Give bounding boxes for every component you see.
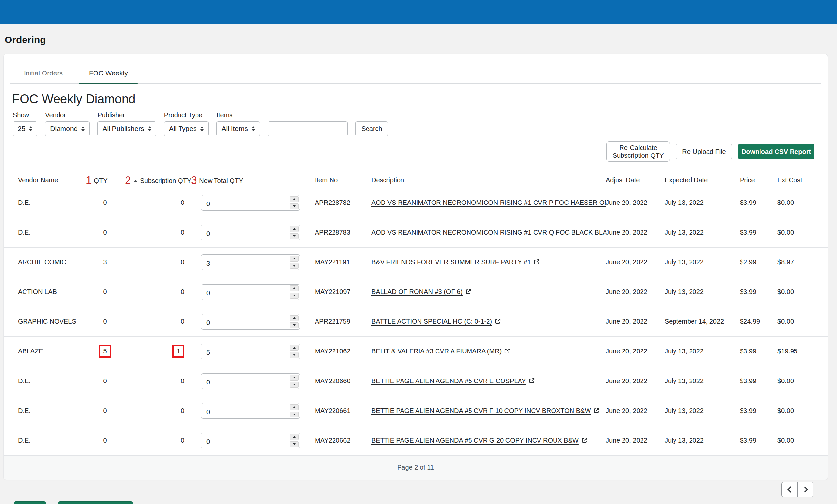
sort-ascending-icon — [134, 180, 138, 182]
spinner-up-button[interactable] — [290, 404, 299, 410]
spinner-down-button[interactable] — [290, 322, 299, 328]
vendor-select[interactable]: Diamond — [45, 121, 90, 136]
ext-cost-cell: $0.00 — [777, 188, 828, 218]
tab-foc-weekly[interactable]: FOC Weekly — [79, 69, 138, 84]
new-total-qty-input[interactable]: 0 — [201, 433, 301, 448]
expected-date-cell: September 14, 2022 — [664, 307, 740, 336]
search-input[interactable] — [268, 121, 348, 136]
new-total-qty-input[interactable]: 0 — [201, 195, 301, 211]
description-link[interactable]: AOD VS REANIMATOR NECRONOMICON RISING #1… — [371, 229, 606, 236]
description-link[interactable]: BELIT & VALERIA #3 CVR A FIUMARA (MR) — [371, 348, 501, 355]
description-link[interactable]: BATTLE ACTION SPECIAL HC (C: 0-1-2) — [371, 318, 492, 325]
spinner-up-button[interactable] — [290, 226, 299, 232]
description-link[interactable]: BETTIE PAGE ALIEN AGENDA #5 CVR G 20 COP… — [371, 437, 579, 444]
items-select-value: All Items — [221, 125, 248, 133]
spinner-down-button[interactable] — [290, 412, 299, 417]
new-total-qty-input[interactable]: 0 — [201, 225, 301, 240]
tab-bar: Initial Orders FOC Weekly — [10, 54, 821, 83]
reupload-file-button[interactable]: Re-Upload File — [676, 144, 732, 160]
new-total-qty-input[interactable]: 0 — [201, 403, 301, 419]
new-total-qty-cell: 0 — [188, 396, 311, 426]
save-and-download-button[interactable]: Save & Download — [58, 501, 133, 504]
save-button[interactable]: Save — [14, 501, 46, 504]
price-cell: $3.99 — [740, 188, 777, 218]
new-total-qty-input[interactable]: 0 — [201, 284, 301, 300]
spinner-down-button[interactable] — [290, 382, 299, 388]
description-link[interactable]: AOD VS REANIMATOR NECRONOMICON RISING #1… — [371, 199, 606, 206]
updown-icon — [148, 126, 152, 131]
next-page-button[interactable] — [798, 482, 814, 498]
price-cell: $3.99 — [740, 396, 777, 426]
new-total-qty-input[interactable]: 0 — [201, 314, 301, 330]
stepper-buttons — [290, 196, 299, 209]
download-csv-report-button[interactable]: Download CSV Report — [738, 144, 815, 160]
show-select[interactable]: 25 — [13, 121, 37, 136]
show-select-value: 25 — [18, 125, 25, 133]
description-link[interactable]: BALLAD OF RONAN #3 (OF 6) — [371, 288, 463, 295]
new-total-qty-cell: 3 — [188, 247, 311, 277]
spinner-up-button[interactable] — [290, 345, 299, 351]
vendor-name-header: Vendor Name — [4, 173, 85, 188]
new-total-qty-cell: 5 — [188, 336, 311, 366]
new-total-qty-input[interactable]: 0 — [201, 373, 301, 389]
chevron-left-icon — [787, 486, 793, 492]
external-link-icon — [534, 259, 540, 265]
triangle-down-icon — [293, 295, 296, 296]
spinner-up-button[interactable] — [290, 285, 299, 291]
new-total-qty-cell: 0 — [188, 188, 311, 218]
description-link[interactable]: B&V FRIENDS FOREVER SUMMER SURF PARTY #1 — [371, 258, 531, 265]
product-type-select-value: All Types — [169, 125, 197, 133]
triangle-down-icon — [293, 235, 296, 237]
red-highlight-box: 1 — [172, 344, 184, 358]
ext-cost-cell: $0.00 — [777, 396, 828, 426]
triangle-down-icon — [293, 354, 296, 356]
price-cell: $24.99 — [740, 307, 777, 336]
table-row: D.E.000MAY220662BETTIE PAGE ALIEN AGENDA… — [4, 426, 828, 455]
recalculate-subscription-qty-button[interactable]: Re-Calculate Subscription QTY — [606, 142, 670, 162]
search-button[interactable]: Search — [355, 121, 388, 136]
publisher-select[interactable]: All Publishers — [97, 121, 156, 136]
new-total-qty-cell: 0 — [188, 366, 311, 396]
triangle-up-icon — [293, 377, 296, 378]
updown-icon — [29, 126, 32, 131]
spinner-down-button[interactable] — [290, 263, 299, 269]
spinner-up-button[interactable] — [290, 375, 299, 380]
red-highlight-box: 5 — [99, 344, 111, 358]
description-cell: AOD VS REANIMATOR NECRONOMICON RISING #1… — [368, 188, 606, 218]
ext-cost-cell: $0.00 — [777, 277, 828, 307]
new-total-qty-input[interactable]: 3 — [201, 255, 301, 270]
spinner-up-button[interactable] — [290, 434, 299, 440]
item-no-cell: APR228783 — [311, 218, 368, 247]
spinner-up-button[interactable] — [290, 256, 299, 262]
description-link[interactable]: BETTIE PAGE ALIEN AGENDA #5 CVR F 10 COP… — [371, 407, 591, 414]
description-link[interactable]: BETTIE PAGE ALIEN AGENDA #5 CVR E COSPLA… — [371, 377, 526, 385]
spinner-down-button[interactable] — [290, 233, 299, 239]
vendor-name-cell: ACTION LAB — [4, 277, 85, 307]
spinner-down-button[interactable] — [290, 352, 299, 358]
spinner-down-button[interactable] — [290, 204, 299, 209]
publisher-select-value: All Publishers — [102, 125, 144, 133]
items-select[interactable]: All Items — [216, 121, 260, 136]
spinner-down-button[interactable] — [290, 293, 299, 299]
qty-cell: 0 — [85, 366, 125, 396]
qty-cell: 3 — [85, 247, 125, 277]
subscription-qty-header[interactable]: 2Subscription QTY — [125, 173, 188, 188]
subscription-qty-cell: 1 — [125, 336, 188, 366]
tab-initial-orders[interactable]: Initial Orders — [14, 69, 73, 84]
ext-cost-cell: $0.00 — [777, 218, 828, 247]
pagination-status-bar: Page 2 of 11 — [4, 456, 827, 480]
adjust-date-cell: June 20, 2022 — [606, 247, 664, 277]
previous-page-button[interactable] — [781, 482, 798, 498]
new-total-qty-input[interactable]: 5 — [201, 343, 301, 359]
vendor-name-cell: ABLAZE — [4, 336, 85, 366]
spinner-up-button[interactable] — [290, 196, 299, 202]
spinner-down-button[interactable] — [290, 441, 299, 447]
annotation-1: 1 — [86, 174, 92, 186]
spinner-up-button[interactable] — [290, 315, 299, 321]
annotation-3: 3 — [191, 174, 197, 186]
qty-cell: 0 — [85, 188, 125, 218]
subscription-qty-cell: 0 — [125, 307, 188, 336]
item-no-cell: MAY221097 — [311, 277, 368, 307]
adjust-date-cell: June 20, 2022 — [606, 188, 664, 218]
product-type-select[interactable]: All Types — [164, 121, 209, 136]
